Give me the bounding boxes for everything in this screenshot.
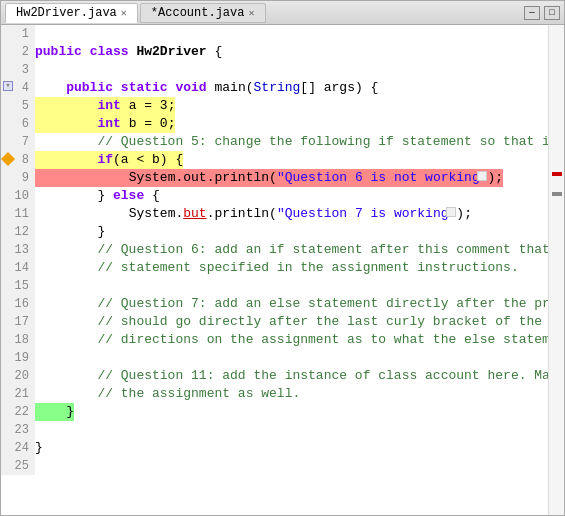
- line-number: 18: [1, 331, 35, 349]
- minimize-button[interactable]: —: [524, 6, 540, 20]
- tab-hw2driver[interactable]: Hw2Driver.java ✕: [5, 3, 138, 23]
- code-text[interactable]: // statement specified in the assignment…: [35, 259, 519, 277]
- code-text[interactable]: // Question 7: add an else statement dir…: [35, 295, 548, 313]
- code-text[interactable]: // Question 11: add the instance of clas…: [35, 367, 548, 385]
- code-text[interactable]: }: [35, 403, 74, 421]
- code-line-row: 1: [1, 25, 548, 43]
- code-text[interactable]: public class Hw2Driver {: [35, 43, 222, 61]
- code-text[interactable]: System.out.println("Question 6 is not wo…: [35, 169, 503, 187]
- maximize-button[interactable]: □: [544, 6, 560, 20]
- code-line-row: 5 int a = 3;: [1, 97, 548, 115]
- editor-area[interactable]: 12public class Hw2Driver {34▾ public sta…: [1, 25, 564, 515]
- code-text[interactable]: }: [35, 223, 105, 241]
- code-line-row: 20 // Question 11: add the instance of c…: [1, 367, 548, 385]
- line-number: 16: [1, 295, 35, 313]
- code-line-row: 23: [1, 421, 548, 439]
- code-line-row: 25: [1, 457, 548, 475]
- code-line-row: 14 // statement specified in the assignm…: [1, 259, 548, 277]
- line-number: 2: [1, 43, 35, 61]
- code-text[interactable]: // Question 5: change the following if s…: [35, 133, 548, 151]
- code-text[interactable]: System.but.println("Question 7 is workin…: [35, 205, 472, 223]
- code-line-row: 13 // Question 6: add an if statement af…: [1, 241, 548, 259]
- line-number: 5: [1, 97, 35, 115]
- code-text[interactable]: }: [35, 439, 43, 457]
- tab-account-label: *Account.java: [151, 6, 245, 20]
- code-line-row: 6 int b = 0;: [1, 115, 548, 133]
- line-number: 20: [1, 367, 35, 385]
- code-line-row: 9 System.out.println("Question 6 is not …: [1, 169, 548, 187]
- line-number: 11: [1, 205, 35, 223]
- tab-account-close[interactable]: ✕: [248, 7, 254, 19]
- code-line-row: 7 // Question 5: change the following if…: [1, 133, 548, 151]
- code-text[interactable]: // should go directly after the last cur…: [35, 313, 548, 331]
- code-text[interactable]: // directions on the assignment as to wh…: [35, 331, 548, 349]
- code-region: 12public class Hw2Driver {34▾ public sta…: [1, 25, 548, 515]
- line-number: 25: [1, 457, 35, 475]
- line-number: 6: [1, 115, 35, 133]
- code-line-row: 12 }: [1, 223, 548, 241]
- code-text[interactable]: int b = 0;: [35, 115, 175, 133]
- line-number: 4▾: [1, 79, 35, 97]
- line-number: 7: [1, 133, 35, 151]
- line-number: 22: [1, 403, 35, 421]
- overview-error-mark: [552, 172, 562, 176]
- code-text[interactable]: // the assignment as well.: [35, 385, 300, 403]
- tab-hw2driver-label: Hw2Driver.java: [16, 6, 117, 20]
- code-line-row: 22 }: [1, 403, 548, 421]
- line-number: 17: [1, 313, 35, 331]
- editor-window: Hw2Driver.java ✕ *Account.java ✕ — □ 12p…: [0, 0, 565, 516]
- code-line-row: 16 // Question 7: add an else statement …: [1, 295, 548, 313]
- tab-account[interactable]: *Account.java ✕: [140, 3, 266, 23]
- fold-marker[interactable]: ▾: [3, 81, 13, 91]
- code-text[interactable]: int a = 3;: [35, 97, 175, 115]
- lines-container: 12public class Hw2Driver {34▾ public sta…: [1, 25, 548, 475]
- tab-bar: Hw2Driver.java ✕ *Account.java ✕: [5, 3, 266, 23]
- code-line-row: 8 if(a < b) {: [1, 151, 548, 169]
- code-line-row: 24}: [1, 439, 548, 457]
- code-line-row: 18 // directions on the assignment as to…: [1, 331, 548, 349]
- code-line-row: 21 // the assignment as well.: [1, 385, 548, 403]
- code-line-row: 15: [1, 277, 548, 295]
- code-text[interactable]: public static void main(String[] args) {: [35, 79, 378, 97]
- line-number: 21: [1, 385, 35, 403]
- line-number: 1: [1, 25, 35, 43]
- code-text[interactable]: } else {: [35, 187, 160, 205]
- tab-hw2driver-close[interactable]: ✕: [121, 7, 127, 19]
- code-line-row: 3: [1, 61, 548, 79]
- code-line-row: 10 } else {: [1, 187, 548, 205]
- line-number: 10: [1, 187, 35, 205]
- code-line-row: 2public class Hw2Driver {: [1, 43, 548, 61]
- line-number: 14: [1, 259, 35, 277]
- code-line-row: 11 System.but.println("Question 7 is wor…: [1, 205, 548, 223]
- window-controls: — □: [524, 6, 560, 20]
- diamond-marker: [1, 152, 15, 166]
- line-number: 15: [1, 277, 35, 295]
- title-bar: Hw2Driver.java ✕ *Account.java ✕ — □: [1, 1, 564, 25]
- line-number: 9: [1, 169, 35, 187]
- code-line-row: 17 // should go directly after the last …: [1, 313, 548, 331]
- right-gutter[interactable]: [548, 25, 564, 515]
- code-line-row: 4▾ public static void main(String[] args…: [1, 79, 548, 97]
- line-number: 8: [1, 151, 35, 169]
- line-number: 12: [1, 223, 35, 241]
- overview-error-mark2: [552, 192, 562, 196]
- line-error-icon: [477, 171, 487, 181]
- line-number: 13: [1, 241, 35, 259]
- line-number: 19: [1, 349, 35, 367]
- line-error-icon: [446, 207, 456, 217]
- code-text[interactable]: // Question 6: add an if statement after…: [35, 241, 548, 259]
- line-number: 24: [1, 439, 35, 457]
- code-line-row: 19: [1, 349, 548, 367]
- line-number: 23: [1, 421, 35, 439]
- code-text[interactable]: if(a < b) {: [35, 151, 183, 169]
